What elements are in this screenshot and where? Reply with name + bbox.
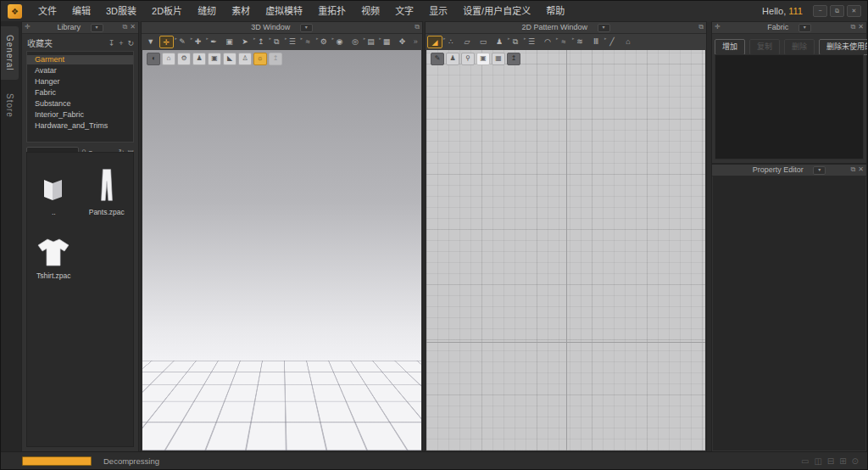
close-panel-icon[interactable]: ✕ [858,165,864,175]
trace-avatar-icon[interactable]: ♟ [492,36,507,48]
zoom-tool-icon[interactable]: ◎ [348,36,363,48]
gizmo-tool-icon[interactable]: ✥ [395,36,410,48]
quilt-icon[interactable]: ☰ [285,36,300,48]
dock-pin-icon[interactable]: ✛ [715,23,721,31]
menu-edit[interactable]: 编辑 [64,2,98,21]
menu-video[interactable]: 视频 [353,2,387,21]
show-mannequin-toggle-icon[interactable]: ♙ [238,53,252,65]
arrangement-icon[interactable]: ➤ [237,36,253,48]
2d-canvas[interactable]: ✎ ♟ ⚲ ▣ ▦ ↥ [426,50,705,450]
property-editor-menu-dropdown[interactable]: ▾ [813,166,826,175]
library-item-hanger[interactable]: Hanger [27,77,133,87]
tab-general[interactable]: General [1,26,19,80]
layout-single-icon[interactable]: ▭ [801,456,809,466]
layout-three-pane-icon[interactable]: ⊟ [827,456,834,466]
fit-garment-icon[interactable]: ▣ [222,36,237,48]
close-button[interactable]: ✕ [847,5,861,17]
toolbar-overflow-icon[interactable]: » [410,36,420,48]
transform-pattern-icon[interactable]: ◢ [427,36,442,48]
menu-avatar[interactable]: 虚拟模特 [258,2,310,21]
library-item-fabric[interactable]: Fabric [27,88,133,98]
flatten-icon[interactable]: ≈ [301,36,316,48]
stitch-display-toggle-icon[interactable]: ✎ [431,53,444,65]
sewing-machine-icon[interactable]: ⚙ [316,36,331,48]
refresh-icon[interactable]: ↻ [127,39,134,48]
segment-sewing-icon[interactable]: ≈ [556,36,571,48]
menu-file[interactable]: 文件 [31,2,64,21]
pleats-tool-icon[interactable]: Ⅲ [588,36,604,48]
garment-style-toggle-icon[interactable]: ◖ [147,53,160,65]
library-item-garment[interactable]: Garment [27,55,133,64]
grid-toggle-icon[interactable]: ▣ [476,53,490,65]
dock-pin-icon[interactable]: ✛ [25,23,31,31]
simulation-settings-icon[interactable]: ⚙ [177,53,191,65]
menu-sewing[interactable]: 缝纫 [190,2,224,21]
float-panel-icon[interactable]: ⧉ [851,165,856,175]
silhouette-toggle-icon[interactable]: ♟ [446,53,459,65]
library-item-interior-fabric[interactable]: Interior_Fabric [27,110,133,120]
create-polygon-icon[interactable]: ▱ [459,36,475,48]
float-panel-icon[interactable]: ⧉ [698,22,704,32]
texture-toggle-icon[interactable]: ▦ [492,53,505,65]
library-item-avatar[interactable]: Avatar [27,66,133,76]
clone-layer-icon[interactable]: ⧉ [269,36,284,48]
notch-tool-icon[interactable]: ╱ [604,36,620,48]
add-fabric-button[interactable]: 增加 [715,39,745,55]
select-move-icon[interactable]: ✛ [159,36,175,48]
sync-toggle-icon[interactable]: ↥ [507,53,520,65]
show-garment-toggle-icon[interactable]: ⌂ [162,53,175,65]
layout-two-pane-icon[interactable]: ◫ [814,456,821,466]
2d-window-menu-dropdown[interactable]: ▾ [598,24,610,32]
menu-settings-customize[interactable]: 设置/用户自定义 [455,2,538,21]
free-sewing-icon[interactable]: ≋ [572,36,587,48]
fabric-list-area[interactable] [715,54,864,159]
layout-reset-icon[interactable]: ⊙ [852,456,859,466]
menu-display[interactable]: 显示 [421,2,455,21]
show-flag-toggle-icon[interactable]: ◣ [223,53,236,65]
layer-tool-icon[interactable]: ▤ [364,36,379,48]
import-icon[interactable]: ↧ [108,39,115,48]
curve-tool-icon[interactable]: ◠ [540,36,555,48]
fabric-menu-dropdown[interactable]: ▾ [798,24,811,32]
float-panel-icon[interactable]: ⧉ [851,22,856,32]
delete-unused-fabric-button[interactable]: 删除未使用的 [819,39,868,55]
pattern-image-icon[interactable]: ▭ [476,36,491,48]
show-garment-2d-icon[interactable]: ⌂ [620,36,636,48]
button-tool-icon[interactable]: ◉ [332,36,348,48]
folder-up-item[interactable]: .. [27,165,81,216]
select-mesh-icon[interactable]: ✎ [175,36,190,48]
close-panel-icon[interactable]: ✕ [858,22,864,32]
simulate-icon[interactable]: ▼ [143,36,159,48]
float-panel-icon[interactable]: ⧉ [123,22,128,32]
tshirt-file-item[interactable]: Tshirt.zpac [27,228,81,280]
menu-material[interactable]: 素材 [224,2,258,21]
menu-retopology[interactable]: 重拓扑 [310,2,353,21]
library-menu-dropdown[interactable]: ▾ [91,24,103,32]
pin-icon[interactable]: ✚ [191,36,206,48]
menu-3d-garment[interactable]: 3D服装 [98,2,144,21]
render-toggle-icon[interactable]: ↥ [269,53,282,65]
show-box-toggle-icon[interactable]: ▣ [208,53,221,65]
close-panel-icon[interactable]: ✕ [130,22,136,32]
show-light-toggle-icon[interactable]: ☼ [253,53,267,65]
menu-text[interactable]: 文字 [387,2,421,21]
library-item-hardware-trims[interactable]: Hardware_and_Trims [27,121,133,131]
zoom-toggle-icon[interactable]: ⚲ [461,53,475,65]
float-panel-icon[interactable]: ⧉ [415,22,420,32]
menu-2d-pattern[interactable]: 2D板片 [144,2,190,21]
library-item-substance[interactable]: Substance [27,99,133,109]
layout-grid-icon[interactable]: ⊞ [839,456,846,466]
minimize-button[interactable]: − [813,5,827,17]
add-favorite-icon[interactable]: + [119,39,123,48]
menu-help[interactable]: 帮助 [538,2,572,21]
tab-store[interactable]: Store [1,85,19,126]
show-avatar-toggle-icon[interactable]: ♟ [192,53,206,65]
pants-file-item[interactable]: Pants.zpac [81,165,134,216]
quilt-2d-icon[interactable]: ☰ [524,36,539,48]
3d-window-menu-dropdown[interactable]: ▾ [300,24,313,32]
restore-button[interactable]: ⧉ [830,5,844,17]
avatar-tool-icon[interactable]: ↥ [253,36,269,48]
3d-viewport[interactable]: ◖ ⌂ ⚙ ♟ ▣ ◣ ♙ ☼ ↥ [142,50,421,450]
sewing-tool-icon[interactable]: ✒ [206,36,221,48]
edit-pattern-icon[interactable]: ∴ [443,36,459,48]
